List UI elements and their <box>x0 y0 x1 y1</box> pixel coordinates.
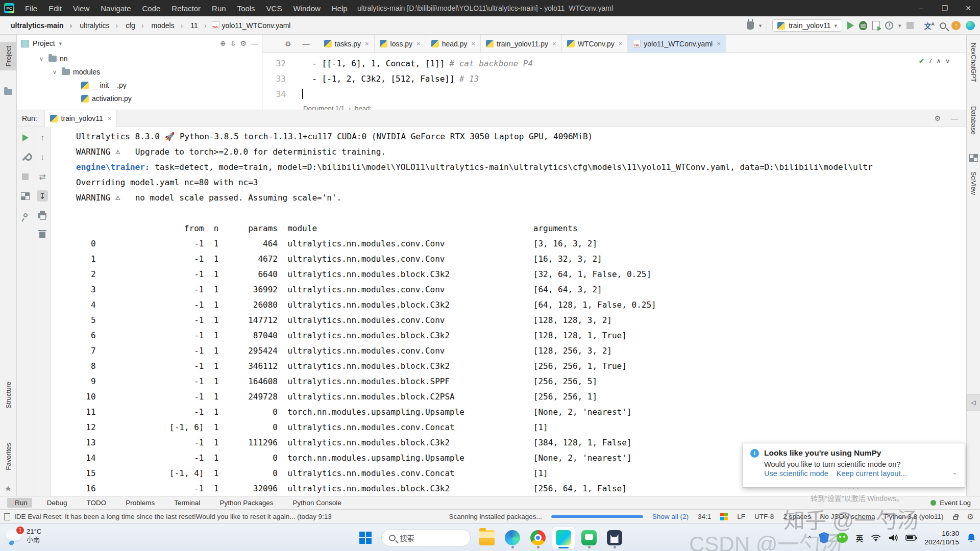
wechat-icon[interactable] <box>837 533 848 543</box>
editor-tab[interactable]: WTConv.py × <box>562 35 628 53</box>
assistant-sphere-icon[interactable] <box>966 21 975 30</box>
locate-icon[interactable]: ⊕ <box>220 39 226 47</box>
tool-window-tab[interactable]: Python Console <box>285 498 346 508</box>
close-icon[interactable]: × <box>108 115 112 122</box>
numpy-notification[interactable]: i Looks like you're using NumPy Would yo… <box>743 443 965 488</box>
chevron-down-icon[interactable]: ▾ <box>759 22 762 29</box>
tool-button-favorites[interactable]: Favorites <box>0 443 16 470</box>
breadcrumb-item[interactable]: ultralytics-main <box>6 20 74 31</box>
settings-gear-icon[interactable]: ⚙ <box>934 114 941 122</box>
editor-tab[interactable]: loss.py × <box>375 35 426 53</box>
tool-window-tab[interactable]: TODO <box>79 498 111 508</box>
folder-icon[interactable] <box>0 89 16 95</box>
taskbar-app-button[interactable] <box>552 527 575 549</box>
tool-button-structure[interactable]: Structure <box>0 382 16 409</box>
menu-item[interactable]: Edit <box>43 0 67 16</box>
menu-item[interactable]: Navigate <box>95 0 136 16</box>
run-button[interactable] <box>847 21 854 30</box>
breadcrumb-item[interactable]: yolo11_WTConv.yaml <box>210 20 293 31</box>
status-message[interactable]: IDE Eval Reset: It has been a long time … <box>4 513 412 520</box>
json-schema[interactable]: No JSON schema <box>820 513 875 520</box>
close-icon[interactable]: × <box>416 40 421 47</box>
start-button[interactable] <box>355 527 376 548</box>
menu-item[interactable]: Run <box>206 0 232 16</box>
stop-button[interactable] <box>906 22 914 29</box>
grid-icon[interactable] <box>967 155 980 161</box>
minimize-button[interactable]: – <box>910 0 933 16</box>
prev-problem-icon[interactable]: ∧ <box>936 57 941 65</box>
tool-button-database[interactable]: Database <box>967 106 980 135</box>
plugin-colors-icon[interactable] <box>720 513 728 520</box>
keep-current-layout-link[interactable]: Keep current layout... <box>837 469 907 478</box>
clear-console-icon[interactable] <box>37 229 48 240</box>
hidden-toolwindow-flap[interactable]: ◁ <box>966 394 980 411</box>
tool-window-tab[interactable]: Terminal <box>166 498 205 508</box>
editor-tab[interactable]: head.py × <box>426 35 481 53</box>
tool-window-tab[interactable]: Problems <box>118 498 159 508</box>
expand-all-icon[interactable]: ⇳ <box>230 39 236 47</box>
tray-chevron-icon[interactable]: ^ <box>808 534 811 542</box>
tool-window-tab[interactable]: Run <box>7 498 32 508</box>
tool-button-sciview[interactable]: SciView <box>967 171 980 195</box>
restore-layout-icon[interactable] <box>20 190 31 202</box>
code-line[interactable]: 33 - [-1, 2, C3k2, [512, False]] # 13 <box>262 71 966 86</box>
hide-panel-icon[interactable]: — <box>251 39 258 47</box>
editor-gear-icon[interactable]: ⚙ <box>285 40 291 48</box>
close-icon[interactable]: × <box>365 40 369 47</box>
hide-icon[interactable]: — <box>303 40 310 48</box>
editor-tab[interactable]: yolo11_WTConv.yaml × <box>628 35 726 53</box>
close-icon[interactable]: × <box>552 40 556 47</box>
volume-icon[interactable] <box>889 534 898 542</box>
search-icon[interactable] <box>940 22 946 29</box>
taskbar-app-button[interactable] <box>603 527 626 549</box>
up-stack-icon[interactable]: ↑ <box>37 132 48 143</box>
tree-item[interactable]: activation.py <box>17 92 262 105</box>
code-area[interactable]: 32 - [[-1, 6], 1, Concat, [1]] # cat bac… <box>262 53 966 102</box>
edit-configuration-icon[interactable] <box>20 152 31 163</box>
star-icon[interactable]: ★ <box>0 484 16 493</box>
profiler-button[interactable] <box>885 21 893 30</box>
settings-gear-icon[interactable]: ⚙ <box>240 39 247 47</box>
run-config-selector[interactable]: train_yolov11 ▾ <box>772 19 842 32</box>
indent-setting[interactable]: 2 spaces <box>783 513 811 520</box>
breadcrumb-item[interactable]: 11 <box>186 20 208 31</box>
print-icon[interactable] <box>37 210 48 221</box>
taskbar-clock[interactable]: 16:30 2024/10/15 <box>924 529 959 546</box>
line-separator[interactable]: LF <box>737 513 745 520</box>
notification-chevron-icon[interactable]: ⌄ <box>952 468 958 476</box>
code-line[interactable]: 32 - [[-1, 6], 1, Concat, [1]] # cat bac… <box>262 56 966 71</box>
tool-button-nexchatgpt[interactable]: NexChatGPT <box>967 43 980 82</box>
close-icon[interactable]: × <box>472 40 476 47</box>
taskbar-app-button[interactable] <box>527 527 549 549</box>
maximize-button[interactable]: ❐ <box>933 0 957 16</box>
close-button[interactable]: ✕ <box>957 0 980 16</box>
soft-wrap-icon[interactable]: ⇄ <box>37 171 48 182</box>
tool-button-project[interactable]: Project <box>0 42 16 70</box>
run-console[interactable]: Ultralytics 8.3.0 🚀 Python-3.8.5 torch-1… <box>51 127 966 496</box>
stop-button-disabled[interactable] <box>20 171 31 182</box>
show-all-link[interactable]: Show all (2) <box>652 513 689 520</box>
menu-item[interactable]: View <box>67 0 95 16</box>
lock-icon[interactable] <box>953 516 958 520</box>
taskbar-app-button[interactable] <box>476 527 498 549</box>
rerun-button[interactable] <box>20 132 31 143</box>
breadcrumb-item[interactable]: models <box>147 20 185 31</box>
profile-plug-icon[interactable] <box>747 21 754 30</box>
gear-icon[interactable]: ⚙ <box>967 512 974 521</box>
menu-item[interactable]: Refactor <box>166 0 206 16</box>
taskbar-app-button[interactable] <box>501 527 524 549</box>
breadcrumb-item[interactable]: cfg <box>121 20 145 31</box>
translate-icon[interactable]: 文A <box>924 20 935 31</box>
use-scientific-mode-link[interactable]: Use scientific mode <box>764 469 828 478</box>
ime-indicator[interactable]: 英 <box>855 533 863 543</box>
inspections-widget[interactable]: ✔ 7 ∧ ∨ <box>919 57 950 65</box>
caret-position[interactable]: 34:1 <box>698 513 711 520</box>
menu-item[interactable]: File <box>19 0 43 16</box>
update-icon[interactable]: ↑ <box>951 21 961 30</box>
event-log-button[interactable]: Event Log <box>930 499 971 507</box>
battery-icon[interactable] <box>905 534 917 541</box>
close-icon[interactable]: × <box>717 40 721 47</box>
menu-item[interactable]: Help <box>326 0 353 16</box>
scroll-to-end-icon[interactable]: ↧ <box>37 190 48 202</box>
breadcrumb-item[interactable]: ultralytics <box>75 20 120 31</box>
